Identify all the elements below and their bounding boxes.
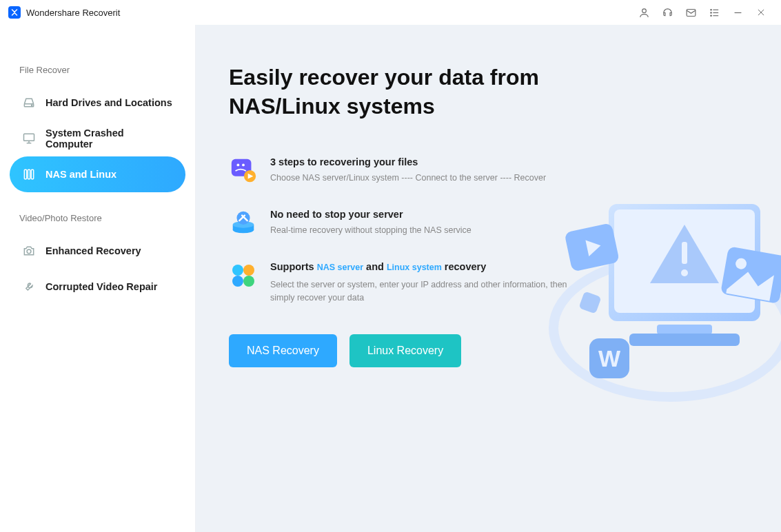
svg-point-21 (236, 164, 239, 167)
svg-rect-29 (609, 204, 760, 321)
hero-illustration: W (547, 163, 781, 438)
account-icon[interactable] (632, 3, 656, 22)
svg-point-19 (27, 249, 31, 254)
svg-rect-13 (24, 134, 34, 141)
svg-point-4 (710, 12, 711, 12)
svg-rect-30 (614, 209, 755, 313)
svg-point-27 (236, 212, 250, 225)
svg-rect-38 (578, 291, 601, 314)
feature-nostop: No need to stop your server Real-time re… (229, 209, 574, 238)
monitor-icon (22, 132, 36, 145)
support-icon[interactable] (656, 3, 679, 22)
mail-icon[interactable] (679, 3, 702, 22)
page-headline: Easily recover your data from NAS/Linux … (229, 63, 587, 121)
window-play-icon (229, 156, 258, 185)
sidebar-item-hard-drives[interactable]: Hard Drives and Locations (10, 85, 185, 121)
svg-rect-36 (720, 246, 781, 304)
feature-desc: Real-time recovery without stopping the … (270, 224, 471, 237)
close-icon[interactable] (749, 3, 773, 22)
sidebar-section-file-recover: File Recover (19, 65, 185, 75)
sidebar-item-corrupted-video[interactable]: Corrupted Video Repair (10, 269, 185, 305)
svg-rect-33 (682, 242, 687, 264)
svg-rect-17 (28, 170, 30, 178)
feature-title: Supports NAS server and Linux system rec… (270, 261, 574, 274)
main-content: Easily recover your data from NAS/Linux … (196, 25, 781, 532)
feature-desc: Select the server or system, enter your … (270, 278, 574, 305)
feature-supports: Supports NAS server and Linux system rec… (229, 261, 574, 304)
sidebar-item-enhanced-recovery[interactable]: Enhanced Recovery (10, 233, 185, 269)
svg-point-37 (735, 257, 748, 270)
list-icon[interactable] (702, 3, 726, 22)
sidebar-item-label: NAS and Linux (45, 169, 116, 180)
sidebar-item-nas-linux[interactable]: NAS and Linux (10, 156, 185, 192)
feature-steps: 3 steps to recovering your files Choose … (229, 156, 574, 185)
nas-recovery-button[interactable]: NAS Recovery (229, 334, 337, 367)
sidebar-item-label: Enhanced Recovery (45, 245, 141, 256)
sidebar: File Recover Hard Drives and Locations S… (0, 25, 196, 532)
svg-rect-18 (31, 170, 33, 178)
svg-point-34 (681, 269, 688, 276)
svg-point-2 (710, 9, 711, 10)
svg-point-22 (242, 164, 245, 167)
sidebar-item-label: System Crashed Computer (45, 127, 173, 150)
app-logo-icon (8, 6, 21, 19)
feature-title: 3 steps to recovering your files (270, 156, 546, 167)
sidebar-item-system-crashed[interactable]: System Crashed Computer (10, 121, 185, 156)
sidebar-section-video-photo: Video/Photo Restore (19, 213, 185, 223)
nas-icon (22, 167, 36, 181)
svg-rect-16 (24, 170, 26, 178)
app-title: Wondershare Recoverit (26, 8, 120, 18)
feature-title: No need to stop your server (270, 209, 471, 220)
sidebar-item-label: Corrupted Video Repair (45, 281, 157, 292)
titlebar: Wondershare Recoverit (0, 0, 781, 25)
svg-point-28 (554, 259, 781, 397)
sidebar-item-label: Hard Drives and Locations (45, 97, 172, 108)
svg-point-6 (710, 15, 711, 16)
svg-rect-31 (657, 325, 712, 334)
circles-icon (229, 261, 258, 290)
svg-point-0 (642, 8, 646, 12)
linux-system-link[interactable]: Linux system (387, 263, 442, 272)
linux-recovery-button[interactable]: Linux Recovery (349, 334, 461, 367)
wrench-icon (22, 280, 36, 294)
camera-icon (22, 244, 36, 258)
hard-drive-icon (22, 96, 36, 110)
svg-rect-1 (687, 9, 696, 16)
svg-point-12 (32, 105, 32, 105)
minimize-icon[interactable] (726, 3, 749, 22)
feature-desc: Choose NAS server/Linux system ---- Conn… (270, 172, 546, 185)
nas-server-link[interactable]: NAS server (317, 263, 363, 272)
server-tools-icon (229, 209, 258, 238)
